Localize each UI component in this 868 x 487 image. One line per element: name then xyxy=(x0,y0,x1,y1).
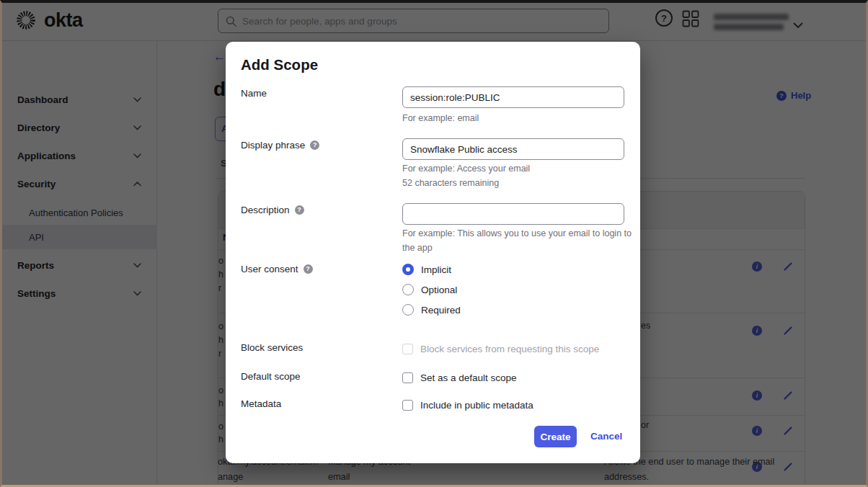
default-scope-checkbox[interactable]: Set as a default scope xyxy=(402,370,517,385)
checkbox-icon xyxy=(402,400,413,411)
modal-title: Add Scope xyxy=(241,56,318,73)
radio-required[interactable]: Required xyxy=(402,303,461,317)
display-phrase-input[interactable] xyxy=(402,138,624,160)
display-phrase-label: Display phrase ? xyxy=(241,140,319,151)
field-help-icon[interactable]: ? xyxy=(304,264,313,274)
okta-admin-console: okta ? Dashboard xyxy=(0,0,868,487)
field-help-icon[interactable]: ? xyxy=(310,140,319,150)
field-help-icon[interactable]: ? xyxy=(295,205,304,215)
name-helper: For example: email xyxy=(402,111,479,125)
metadata-checkbox[interactable]: Include in public metadata xyxy=(402,398,533,412)
create-button[interactable]: Create xyxy=(534,426,577,447)
name-input[interactable] xyxy=(402,86,624,108)
radio-optional[interactable]: Optional xyxy=(402,282,457,297)
radio-implicit[interactable]: Implicit xyxy=(402,262,451,277)
cancel-button[interactable]: Cancel xyxy=(590,431,622,442)
block-services-checkbox: Block services from requesting this scop… xyxy=(402,341,599,356)
user-consent-label: User consent ? xyxy=(241,264,313,274)
description-label: Description ? xyxy=(241,205,304,215)
description-helper: For example: This allows you to use your… xyxy=(402,226,634,255)
radio-icon xyxy=(402,304,414,316)
metadata-label: Metadata xyxy=(241,398,281,409)
checkbox-disabled-icon xyxy=(402,344,413,354)
description-input[interactable] xyxy=(402,203,624,225)
checkbox-icon xyxy=(402,372,413,383)
default-scope-label: Default scope xyxy=(241,371,301,382)
radio-icon xyxy=(402,284,414,295)
add-scope-modal: Add Scope Name For example: email Displa… xyxy=(226,42,640,463)
characters-remaining: 52 characters remaining xyxy=(402,176,499,190)
name-label: Name xyxy=(241,88,267,99)
display-phrase-helper: For example: Access your email xyxy=(402,161,530,176)
block-services-label: Block services xyxy=(241,342,303,353)
radio-selected-icon xyxy=(402,264,414,275)
